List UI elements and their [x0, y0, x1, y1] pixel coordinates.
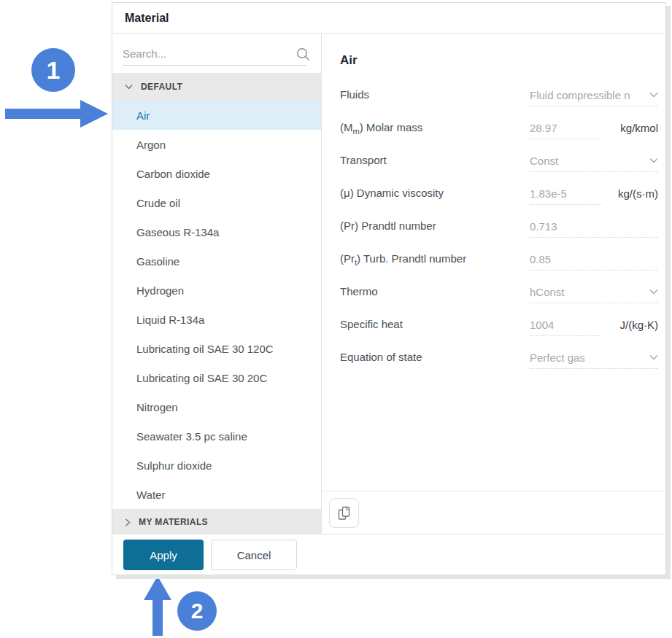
material-item-carbon-dioxide[interactable]: Carbon dioxide	[112, 159, 321, 188]
specific-heat-control: 1004 J/(kg·K)	[530, 314, 658, 336]
dropdown-value: Perfect gas	[530, 351, 585, 364]
specific-heat-input[interactable]: 1004	[530, 314, 601, 336]
copy-icon	[338, 506, 351, 521]
transport-dropdown[interactable]: Const	[530, 150, 658, 172]
fluids-dropdown[interactable]: Fluid compressible n	[530, 85, 658, 106]
detail-title: Air	[340, 53, 358, 68]
group-label: DEFAULT	[141, 82, 182, 92]
search-icon	[296, 47, 310, 61]
molar-mass-input[interactable]: 28.97	[530, 117, 601, 139]
field-label: Fluids	[340, 88, 369, 103]
field-row-dynamic-viscosity: (μ) Dynamic viscosity 1.83e-5 kg/(s·m)	[340, 177, 658, 210]
group-default[interactable]: DEFAULT	[112, 73, 321, 101]
dropdown-value: Const	[530, 155, 558, 167]
material-detail-panel: Air Fluids Fluid compressible n (Mm) Mol…	[322, 34, 665, 534]
unit-label: kg/(s·m)	[601, 187, 658, 200]
chevron-down-icon	[125, 84, 133, 90]
detail-divider	[322, 491, 665, 491]
material-list-panel: DEFAULT Air Argon Carbon dioxide Crude o…	[112, 34, 322, 534]
dynamic-viscosity-control: 1.83e-5 kg/(s·m)	[530, 183, 658, 205]
dialog-title: Material	[112, 3, 665, 34]
unit-label: J/(kg·K)	[601, 319, 658, 331]
field-row-fluids: Fluids Fluid compressible n	[340, 79, 658, 112]
field-row-equation-of-state: Equation of state Perfect gas	[340, 341, 658, 374]
field-row-prandtl-number: (Pr) Prandtl number 0.713	[340, 210, 658, 243]
material-dialog: Material DEFAULT Air Argon Carbon dioxid…	[112, 2, 666, 575]
chevron-down-icon	[649, 92, 658, 98]
molar-mass-control: 28.97 kg/kmol	[530, 117, 658, 139]
prandtl-number-control: 0.713	[530, 216, 658, 238]
apply-button[interactable]: Apply	[123, 540, 204, 570]
field-row-thermo: Thermo hConst	[340, 276, 658, 308]
equation-of-state-dropdown[interactable]: Perfect gas	[530, 347, 658, 369]
field-label: (Pr) Prandtl number	[340, 219, 436, 234]
chevron-down-icon	[649, 354, 658, 360]
step-1-badge: 1	[31, 48, 75, 92]
dialog-footer: Apply Cancel	[112, 534, 665, 575]
field-row-molar-mass: (Mm) Molar mass 28.97 kg/kmol	[340, 112, 658, 144]
dropdown-value: hConst	[530, 286, 565, 298]
material-item-hydrogen[interactable]: Hydrogen	[112, 276, 321, 305]
material-item-nitrogen[interactable]: Nitrogen	[112, 392, 321, 421]
field-row-transport: Transport Const	[340, 144, 658, 177]
chevron-down-icon	[649, 289, 658, 295]
material-item-gaseous-r134a[interactable]: Gaseous R-134a	[112, 217, 321, 246]
field-label: Transport	[340, 154, 387, 168]
step-1-arrow-icon	[5, 99, 109, 128]
step-2-badge: 2	[177, 591, 217, 631]
chevron-right-icon	[125, 518, 131, 526]
turb-prandtl-number-input[interactable]: 0.85	[530, 249, 658, 271]
group-my-materials[interactable]: MY MATERIALS	[112, 509, 321, 535]
field-label: Specific heat	[340, 318, 403, 332]
cancel-button[interactable]: Cancel	[211, 540, 297, 570]
material-item-liquid-r134a[interactable]: Liquid R-134a	[112, 305, 321, 334]
field-label: Equation of state	[340, 351, 422, 365]
dropdown-value: Fluid compressible n	[530, 89, 630, 101]
material-item-argon[interactable]: Argon	[112, 130, 321, 159]
field-label: (Mm) Molar mass	[340, 121, 422, 136]
dynamic-viscosity-input[interactable]: 1.83e-5	[530, 183, 601, 205]
material-item-gasoline[interactable]: Gasoline	[112, 246, 321, 276]
field-label: (Prt) Turb. Prandtl number	[340, 252, 466, 267]
material-item-water[interactable]: Water	[112, 480, 321, 509]
dialog-body: DEFAULT Air Argon Carbon dioxide Crude o…	[112, 34, 665, 534]
chevron-down-icon	[649, 157, 658, 163]
material-item-seawater[interactable]: Seawater 3.5 pc saline	[112, 421, 321, 451]
material-item-lubricating-oil-sae-30-120c[interactable]: Lubricating oil SAE 30 120C	[112, 334, 321, 363]
material-item-air[interactable]: Air	[112, 101, 321, 130]
unit-label: kg/kmol	[601, 122, 658, 134]
thermo-dropdown[interactable]: hConst	[530, 281, 658, 303]
material-item-sulphur-dioxide[interactable]: Sulphur dioxide	[112, 451, 321, 480]
search-input[interactable]	[123, 42, 306, 66]
search-row	[112, 34, 321, 73]
field-row-specific-heat: Specific heat 1004 J/(kg·K)	[340, 308, 658, 341]
field-label: (μ) Dynamic viscosity	[340, 187, 444, 201]
turb-prandtl-number-control: 0.85	[530, 249, 658, 271]
copy-material-button[interactable]	[329, 498, 359, 528]
field-label: Thermo	[340, 285, 378, 300]
prandtl-number-input[interactable]: 0.713	[530, 216, 658, 238]
material-item-lubricating-oil-sae-30-20c[interactable]: Lubricating oil SAE 30 20C	[112, 363, 321, 392]
material-item-crude-oil[interactable]: Crude oil	[112, 188, 321, 217]
group-label: MY MATERIALS	[139, 517, 208, 527]
field-row-turb-prandtl-number: (Prt) Turb. Prandtl number 0.85	[340, 243, 658, 276]
step-2-arrow-icon	[143, 576, 172, 636]
